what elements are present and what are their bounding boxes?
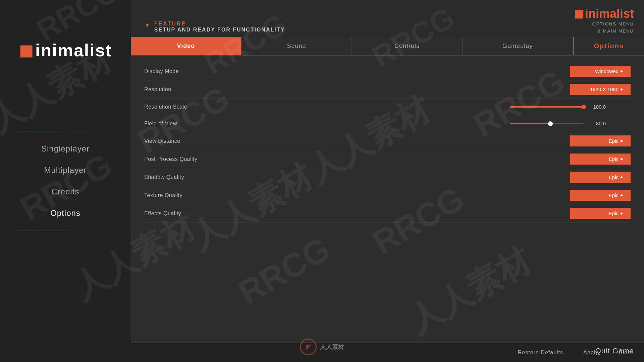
setting-label-fov: Field of View [144,121,510,127]
slider-thumb-resolution-scale[interactable] [581,105,586,109]
slider-resolution-scale[interactable]: 100.0 [510,104,631,110]
brand-logo-text: inimalist [585,7,634,21]
setting-value-post-process[interactable]: Epic [570,154,631,165]
feature-text: FEATURE SETUP AND READY FOR FUNCTIONALIT… [154,21,285,33]
bottom-bar: Restore Defaults Apply Close [131,343,644,362]
nav-divider-top [18,131,112,131]
restore-defaults-button[interactable]: Restore Defaults [518,350,563,356]
setting-row-post-process: Post Process Quality Epic [144,150,631,168]
slider-fov[interactable]: 80.0 [510,121,631,126]
tab-gameplay[interactable]: Gameplay [463,37,573,55]
slider-value-fov: 80.0 [589,121,606,126]
tab-sound[interactable]: Sound [241,37,352,55]
setting-row-view-distance: View Distance Epic [144,132,631,150]
setting-dot-shadow-quality [621,176,623,178]
slider-track-fov [510,123,584,124]
setting-dot-effects-quality [621,213,623,215]
sidebar: ◼ inimalist Singleplayer Multiplayer Cre… [0,0,131,362]
setting-label-resolution: Resolution [144,86,570,93]
sidebar-item-credits[interactable]: Credits [0,181,131,202]
setting-value-shadow-quality[interactable]: Epic [570,172,631,183]
setting-value-view-distance[interactable]: Epic [570,135,631,146]
setting-row-resolution-scale: Resolution Scale 100.0 [144,99,631,115]
top-right-brand: ◼ inimalist OPTIONS MENU & MAIN MENU [574,7,634,35]
tab-options[interactable]: Options [573,37,644,55]
brand-logo: ◼ inimalist [574,7,634,21]
slider-value-resolution-scale: 100.0 [589,104,606,110]
slider-thumb-fov[interactable] [548,121,553,126]
slider-track-resolution-scale [510,106,584,108]
brand-subtitle: OPTIONS MENU & MAIN MENU [574,21,634,35]
brand-subtitle-line2: & MAIN MENU [597,28,634,34]
setting-dot-display-mode [621,70,623,72]
setting-row-fov: Field of View 80.0 [144,115,631,132]
brand-m-icon: ◼ [574,7,584,21]
feature-arrow-icon: ▼ [144,22,150,29]
setting-dot-texture-quality [621,194,623,196]
sidebar-item-options[interactable]: Options [0,202,131,224]
setting-row-effects-quality: Effects Quality Epic [144,204,631,223]
logo-text: inimalist [35,40,112,60]
tabs-bar: Video Sound Controls Gameplay Options [131,37,644,56]
setting-label-display-mode: Display Mode [144,68,570,74]
tab-controls[interactable]: Controls [352,37,463,55]
setting-dot-view-distance [621,140,623,142]
setting-value-effects-quality[interactable]: Epic [570,208,631,219]
feature-description: SETUP AND READY FOR FUNCTIONALITY [154,27,285,33]
setting-label-resolution-scale: Resolution Scale [144,104,510,110]
bottom-watermark: ◤ 人人素材 [300,339,344,355]
quit-game-button[interactable]: Quit Game [595,347,634,355]
setting-label-texture-quality: Texture Quality [144,192,570,198]
nav-divider-bottom [18,231,112,231]
setting-value-display-mode[interactable]: Windowed [570,66,631,77]
sidebar-item-singleplayer[interactable]: Singleplayer [0,138,131,160]
setting-value-resolution[interactable]: 1920 X 1080 [570,84,631,95]
setting-row-texture-quality: Texture Quality Epic [144,186,631,204]
main-content: Video Sound Controls Gameplay Options Di… [131,37,644,362]
logo: ◼ inimalist [19,40,112,60]
setting-label-shadow-quality: Shadow Quality [144,174,570,180]
watermark-circle-icon: ◤ [300,339,317,355]
setting-value-texture-quality[interactable]: Epic [570,190,631,201]
setting-row-shadow-quality: Shadow Quality Epic [144,168,631,186]
sidebar-item-multiplayer[interactable]: Multiplayer [0,160,131,181]
brand-subtitle-line1: OPTIONS MENU [592,21,634,26]
feature-banner: ▼ FEATURE SETUP AND READY FOR FUNCTIONAL… [144,21,285,33]
sidebar-logo: ◼ inimalist [19,40,112,60]
nav-menu: Singleplayer Multiplayer Credits Options [0,131,131,231]
settings-content: Display Mode Windowed Resolution 1920 X … [131,56,644,229]
setting-dot-post-process [621,158,623,160]
slider-fill-fov [510,123,550,124]
watermark-text: 人人素材 [320,343,344,351]
setting-label-post-process: Post Process Quality [144,156,570,162]
setting-row-display-mode: Display Mode Windowed [144,62,631,80]
slider-fill-resolution-scale [510,106,584,108]
logo-m-icon: ◼ [19,40,34,60]
setting-label-view-distance: View Distance [144,138,570,144]
feature-label: FEATURE [154,21,285,27]
tab-video[interactable]: Video [131,37,241,55]
setting-row-resolution: Resolution 1920 X 1080 [144,80,631,99]
setting-dot-resolution [621,88,623,90]
setting-label-effects-quality: Effects Quality [144,210,570,217]
